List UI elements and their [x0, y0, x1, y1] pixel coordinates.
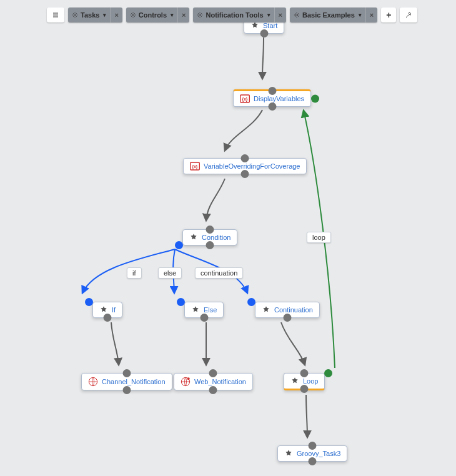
port-loop-out[interactable]	[324, 369, 332, 377]
node-label: If	[112, 306, 116, 314]
tab-basic-examples-dropdown[interactable]: Basic Examples ▾	[290, 7, 365, 22]
tab-controls-dropdown[interactable]: Controls ▾	[126, 7, 177, 22]
star-icon	[191, 305, 200, 314]
star-icon	[290, 377, 299, 385]
star-icon	[99, 305, 108, 314]
svg-point-10	[295, 14, 297, 16]
node-if[interactable]: If	[92, 302, 122, 318]
gear-icon	[197, 12, 203, 18]
port-in[interactable]	[85, 298, 93, 306]
port-out[interactable]	[122, 386, 131, 394]
port-in[interactable]	[268, 87, 276, 95]
star-icon	[262, 305, 270, 314]
port-out[interactable]	[200, 314, 208, 322]
caret-down-icon: ▾	[359, 12, 362, 18]
node-condition[interactable]: Condition	[182, 229, 237, 245]
tab-label: Notification Tools	[206, 11, 263, 19]
node-channel-notification[interactable]: Channel_Notification	[81, 373, 172, 390]
svg-text:{x}: {x}	[242, 97, 248, 102]
tab-close[interactable]: ×	[110, 7, 122, 22]
caret-down-icon: ▾	[171, 12, 174, 18]
port-out[interactable]	[300, 385, 309, 393]
node-label: Start	[263, 22, 277, 29]
port-out[interactable]	[260, 29, 268, 37]
tab-close[interactable]: ×	[177, 7, 189, 22]
port-in[interactable]	[247, 298, 255, 306]
node-label: Web_Notification	[194, 378, 246, 385]
add-tab-button[interactable]: +	[381, 7, 396, 22]
workflow-canvas[interactable]: Start {x} DisplayVariables {x} VariableO…	[0, 0, 456, 476]
edge-label-continuation: continuation	[195, 267, 243, 279]
tab-label: Tasks	[81, 11, 99, 19]
svg-point-7	[74, 14, 76, 16]
node-web-notification[interactable]: Web_Notification	[174, 373, 253, 390]
tab-basic-examples: Basic Examples ▾ ×	[290, 7, 377, 22]
tab-label: Basic Examples	[302, 11, 355, 19]
port-in[interactable]	[309, 442, 317, 450]
node-groovy-task3[interactable]: Groovy_Task3	[277, 445, 347, 462]
node-continuation[interactable]: Continuation	[255, 302, 320, 318]
port-loop-in[interactable]	[311, 95, 319, 103]
edge-label-if: if	[127, 267, 142, 279]
node-variable-overriding[interactable]: {x} VariableOverridingForCoverage	[183, 158, 307, 174]
node-label: Loop	[303, 377, 318, 385]
node-label: Else	[204, 306, 217, 314]
variable-icon: {x}	[240, 94, 250, 103]
port-in[interactable]	[209, 369, 217, 377]
node-display-variables[interactable]: {x} DisplayVariables	[233, 89, 311, 107]
port-out[interactable]	[268, 102, 276, 111]
star-icon	[284, 449, 293, 458]
node-loop[interactable]: Loop	[284, 373, 325, 390]
port-in[interactable]	[300, 369, 309, 377]
node-label: DisplayVariables	[254, 95, 304, 102]
port-out[interactable]	[209, 386, 217, 394]
svg-point-6	[187, 377, 190, 380]
globe-icon	[88, 377, 98, 387]
star-icon	[189, 233, 198, 242]
port-out[interactable]	[283, 314, 291, 322]
tools-button[interactable]	[400, 7, 417, 22]
tab-close[interactable]: ×	[365, 7, 377, 22]
layout-icon	[52, 11, 59, 19]
variable-icon: {x}	[190, 162, 200, 171]
port-out[interactable]	[104, 314, 112, 322]
port-in[interactable]	[122, 369, 131, 377]
port-in[interactable]	[177, 298, 185, 306]
tab-notification-tools-dropdown[interactable]: Notification Tools ▾	[193, 7, 274, 22]
node-label: Groovy_Task3	[297, 450, 340, 457]
port-branch-out[interactable]	[175, 241, 183, 249]
caret-down-icon: ▾	[103, 12, 106, 18]
port-in[interactable]	[206, 226, 214, 234]
tab-tasks: Tasks ▾ ×	[68, 7, 122, 22]
layout-button[interactable]	[47, 7, 64, 22]
node-label: Continuation	[274, 306, 313, 314]
star-icon	[250, 21, 259, 30]
node-else[interactable]: Else	[184, 302, 224, 318]
svg-text:{x}: {x}	[192, 164, 198, 169]
tab-tasks-dropdown[interactable]: Tasks ▾	[68, 7, 110, 22]
tab-controls: Controls ▾ ×	[126, 7, 190, 22]
caret-down-icon: ▾	[267, 12, 270, 18]
svg-point-8	[132, 14, 134, 16]
tab-notification-tools: Notification Tools ▾ ×	[193, 7, 286, 22]
svg-point-9	[199, 14, 201, 16]
globe-icon	[181, 377, 191, 387]
port-in[interactable]	[241, 154, 249, 162]
port-out[interactable]	[309, 457, 317, 465]
node-label: Channel_Notification	[102, 378, 166, 385]
port-out-default[interactable]	[206, 241, 214, 249]
port-out[interactable]	[241, 170, 249, 178]
tab-label: Controls	[139, 11, 167, 19]
edge-label-else: else	[158, 267, 182, 279]
node-label: Condition	[202, 234, 230, 241]
gear-icon	[130, 12, 136, 18]
toolbar: Tasks ▾ × Controls ▾ × Notification Tool…	[47, 7, 417, 22]
node-label: VariableOverridingForCoverage	[204, 162, 300, 170]
gear-icon	[72, 12, 78, 18]
wrench-icon	[405, 11, 412, 19]
gear-icon	[294, 12, 300, 18]
edge-label-loop: loop	[307, 232, 331, 243]
tab-close[interactable]: ×	[274, 7, 286, 22]
